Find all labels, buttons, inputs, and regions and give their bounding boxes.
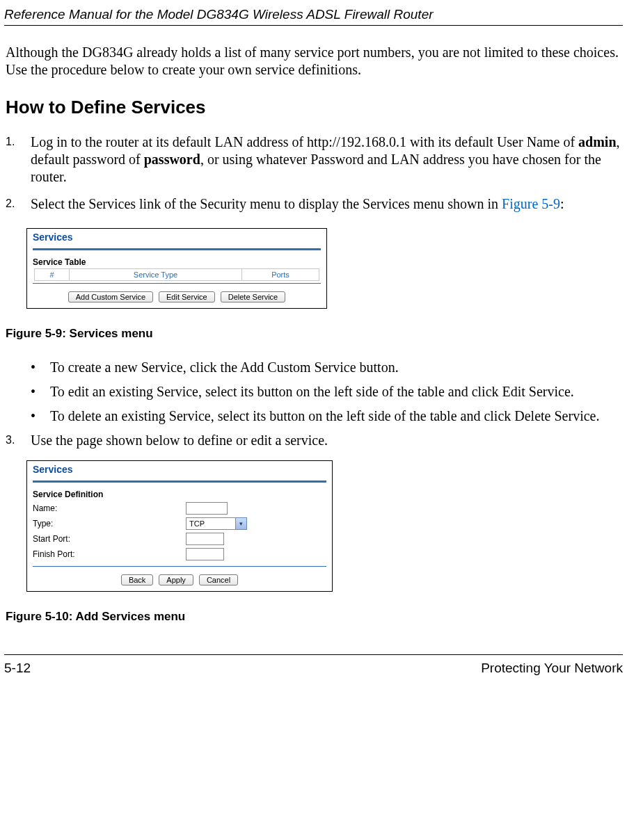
figure-reference-link[interactable]: Figure 5-9 <box>502 196 560 211</box>
figure-caption: Figure 5-10: Add Services menu <box>0 592 627 642</box>
step-3: 3. Use the page shown below to define or… <box>6 432 621 449</box>
page-number: 5-12 <box>4 661 31 676</box>
bullet-icon: • <box>31 407 50 425</box>
cancel-button[interactable]: Cancel <box>199 574 238 585</box>
intro-paragraph: Although the DG834G already holds a list… <box>0 44 627 97</box>
add-custom-service-button[interactable]: Add Custom Service <box>68 291 153 302</box>
start-port-input[interactable] <box>186 533 224 545</box>
text: Log in to the router at its default LAN … <box>31 134 578 150</box>
bullet-text: To edit an existing Service, select its … <box>50 383 574 401</box>
section-heading: How to Define Services <box>0 97 627 134</box>
footer-rule <box>4 654 623 655</box>
back-button[interactable]: Back <box>121 574 153 585</box>
bullet-delete: •To delete an existing Service, select i… <box>31 407 621 425</box>
column-service-type: Service Type <box>70 269 242 280</box>
column-ports: Ports <box>242 269 319 280</box>
section-name: Protecting Your Network <box>481 661 623 676</box>
row-name: Name: <box>27 501 332 516</box>
divider <box>33 283 321 284</box>
bullet-edit: •To edit an existing Service, select its… <box>31 383 621 401</box>
header-rule <box>4 25 623 26</box>
label-finish-port: Finish Port: <box>33 549 186 559</box>
row-start-port: Start Port: <box>27 531 332 547</box>
figure-services-menu: Services Service Table # Service Type Po… <box>26 228 327 309</box>
divider <box>33 480 326 483</box>
divider <box>33 566 326 567</box>
label-type: Type: <box>33 519 186 528</box>
figure-add-services-menu: Services Service Definition Name: Type: … <box>26 460 333 592</box>
bullet-text: To create a new Service, click the Add C… <box>50 359 399 376</box>
panel-title: Services <box>27 229 326 244</box>
finish-port-input[interactable] <box>186 548 224 560</box>
service-table-header: # Service Type Ports <box>34 268 319 281</box>
chevron-down-icon: ▾ <box>236 517 247 530</box>
bullet-icon: • <box>31 383 50 401</box>
service-table-label: Service Table <box>27 257 326 268</box>
text: : <box>560 196 564 211</box>
panel-title: Services <box>27 461 332 476</box>
bold-admin: admin <box>578 134 616 150</box>
row-type: Type: TCP ▾ <box>27 516 332 531</box>
divider <box>33 248 321 250</box>
bullet-icon: • <box>31 359 50 376</box>
label-name: Name: <box>33 503 186 513</box>
step-number: 2. <box>6 195 31 213</box>
step-2: 2. Select the Services link of the Secur… <box>6 195 621 213</box>
step-1: 1. Log in to the router at its default L… <box>6 134 621 186</box>
bold-password: password <box>144 152 200 167</box>
bullet-create: •To create a new Service, click the Add … <box>31 359 621 376</box>
apply-button[interactable]: Apply <box>159 574 193 585</box>
step-text: Log in to the router at its default LAN … <box>31 134 621 186</box>
type-select-value: TCP <box>186 517 236 530</box>
label-start-port: Start Port: <box>33 534 186 544</box>
column-number: # <box>35 269 70 280</box>
step-number: 1. <box>6 134 31 186</box>
step-text: Select the Services link of the Security… <box>31 195 564 213</box>
row-finish-port: Finish Port: <box>27 547 332 562</box>
service-definition-label: Service Definition <box>27 490 332 501</box>
delete-service-button[interactable]: Delete Service <box>221 291 286 302</box>
bullet-text: To delete an existing Service, select it… <box>50 407 599 425</box>
edit-service-button[interactable]: Edit Service <box>159 291 215 302</box>
type-select[interactable]: TCP ▾ <box>186 517 247 530</box>
text: Select the Services link of the Security… <box>31 196 502 211</box>
name-input[interactable] <box>186 502 228 515</box>
step-number: 3. <box>6 432 31 449</box>
running-header: Reference Manual for the Model DG834G Wi… <box>0 7 627 25</box>
figure-caption: Figure 5-9: Services menu <box>0 309 627 359</box>
step-text: Use the page shown below to define or ed… <box>31 432 328 449</box>
